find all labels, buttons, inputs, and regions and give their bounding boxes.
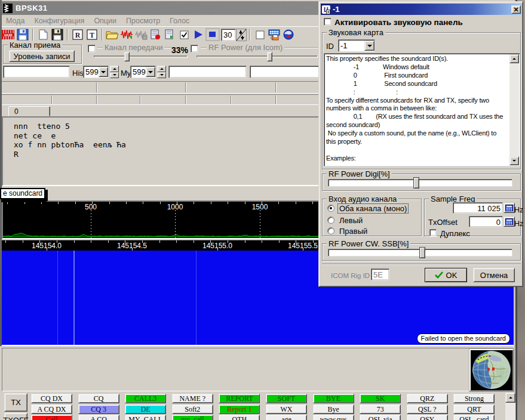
macro-button-73[interactable]: 73: [360, 404, 401, 414]
icom-rig-id-input[interactable]: 5E: [371, 268, 389, 280]
macro-button-my-call[interactable]: my_call: [172, 415, 213, 420]
help-scroll-down-button[interactable]: [509, 156, 519, 165]
audio-input-radio-2[interactable]: [327, 217, 334, 224]
macro-button-cq-dx[interactable]: CQ DX: [31, 394, 72, 403]
doc-record-icon[interactable]: [148, 27, 162, 42]
callsign-input[interactable]: [3, 66, 70, 78]
macro-button-strong[interactable]: Strong: [453, 394, 495, 403]
macro-button-call[interactable]: Call: [31, 415, 72, 420]
macro-button-qsl-via[interactable]: QSL via: [360, 415, 401, 420]
tx-toggle-button[interactable]: TX: [4, 393, 27, 412]
txoffset-keypad-button[interactable]: [503, 217, 515, 227]
macro-button-qsl-card[interactable]: QSL_card: [453, 415, 495, 420]
wave-gray-icon[interactable]: [134, 27, 148, 42]
my-rst-spinner[interactable]: [157, 66, 166, 78]
macro-button-name-[interactable]: NAME ?: [172, 394, 213, 403]
tx-pane[interactable]: [2, 348, 514, 391]
rf-power-slider-track[interactable]: [197, 55, 318, 58]
macro-button-soft2[interactable]: Soft2: [172, 404, 213, 414]
macro-button-cq-3[interactable]: CQ 3: [78, 404, 119, 414]
record-level-button[interactable]: Уровень записи: [9, 50, 75, 62]
help-scrollbar[interactable]: [509, 54, 519, 165]
rf-digi-slider-thumb[interactable]: [413, 177, 419, 189]
macro-button-sk[interactable]: SK: [360, 394, 401, 403]
macro-button-my-call[interactable]: MY_CALL: [125, 415, 166, 420]
tx-speed-input[interactable]: 30: [221, 29, 236, 41]
checkbox-checked-icon[interactable]: [177, 27, 191, 42]
macro-button-bye[interactable]: BYE: [313, 394, 354, 403]
tx-log-icon[interactable]: T: [85, 27, 99, 42]
rf-power-slider-thumb[interactable]: [267, 52, 272, 61]
cancel-button[interactable]: Отмена: [473, 268, 515, 282]
his-rst-dropdown[interactable]: [99, 67, 108, 77]
tx-speed-spinner[interactable]: [236, 29, 247, 41]
dialog-titlebar[interactable]: Цз -1 ✕: [321, 4, 522, 15]
save-blue-icon[interactable]: [16, 27, 30, 42]
macro-button-soft[interactable]: SOFT: [266, 394, 307, 403]
globe-icon[interactable]: [281, 27, 296, 42]
txoffset-input[interactable]: 0: [469, 216, 503, 227]
macro-button-de[interactable]: DE: [125, 404, 166, 414]
menu-3[interactable]: Опции: [89, 16, 121, 26]
checkbox-unchecked-icon[interactable]: [253, 27, 267, 42]
ok-button[interactable]: OK: [425, 268, 467, 282]
wave-red-icon[interactable]: [119, 27, 134, 42]
macro-button-report-1[interactable]: Report 1: [219, 404, 260, 414]
keyboard-icon[interactable]: C: [267, 27, 281, 42]
macro-scroll-up-button[interactable]: [505, 393, 515, 403]
his-rst-combo[interactable]: 599: [83, 66, 109, 78]
stop-icon[interactable]: [205, 27, 220, 42]
macro-button-age[interactable]: age: [266, 415, 307, 420]
name-input[interactable]: [168, 66, 247, 78]
macro-button-call3[interactable]: CALL3: [125, 394, 166, 403]
rf-cw-slider-thumb[interactable]: [419, 247, 425, 258]
macro-button-qsy[interactable]: QSY: [407, 415, 448, 420]
new-page-icon[interactable]: [36, 27, 50, 42]
tx-level-slider-track[interactable]: [94, 55, 188, 58]
rf-power-checkbox[interactable]: [191, 45, 198, 52]
audio-input-radio-3[interactable]: [327, 227, 334, 234]
doc-export-icon[interactable]: [162, 27, 177, 42]
macro-button-wx[interactable]: WX: [266, 404, 307, 414]
macro-button-qth[interactable]: QTH: [219, 415, 260, 420]
macro-button-qsl-[interactable]: QSL ?: [407, 404, 448, 414]
sample-freq-keypad-button[interactable]: [503, 203, 515, 213]
soundcard-id-dropdown[interactable]: [364, 41, 374, 51]
vari-icon[interactable]: VARI: [1, 27, 16, 42]
menu-1[interactable]: Мода: [1, 16, 29, 26]
help-scroll-up-button[interactable]: [509, 54, 519, 63]
his-rst-spinner[interactable]: [110, 66, 119, 78]
macro-button-report[interactable]: REPORT: [219, 394, 260, 403]
activate-sound-panel-checkbox[interactable]: [324, 18, 331, 26]
soundcard-help-box[interactable]: This property specifies the soundcard ID…: [324, 53, 520, 166]
macro-scrollbar[interactable]: [505, 393, 515, 420]
txoff-button[interactable]: TXOFF: [4, 413, 27, 420]
open-folder-icon[interactable]: [105, 27, 119, 42]
macro-button-www-qus[interactable]: www.qus: [313, 415, 354, 420]
tx-speed-control[interactable]: 30: [221, 28, 247, 41]
macro-button-qrz[interactable]: QRZ: [407, 394, 448, 403]
sample-freq-input[interactable]: 11 025: [453, 202, 503, 214]
tx-level-slider-thumb[interactable]: [124, 52, 130, 61]
rf-digi-slider-track[interactable]: [328, 179, 512, 187]
save-black-icon[interactable]: [50, 27, 65, 42]
duplex-checkbox[interactable]: [429, 229, 437, 236]
menu-4[interactable]: Просмотр: [121, 16, 165, 26]
dialog-close-button[interactable]: ✕: [511, 5, 521, 14]
macro-button-qrt[interactable]: QRT: [453, 404, 495, 414]
soundcard-id-combo[interactable]: -1: [338, 39, 375, 52]
macro-button-bye[interactable]: Bye: [313, 404, 354, 414]
my-rst-dropdown[interactable]: [146, 67, 155, 77]
tx-channel-checkbox[interactable]: [88, 45, 96, 52]
macro-button-cq[interactable]: CQ: [78, 394, 119, 403]
audio-input-radio-1[interactable]: [327, 205, 334, 212]
menu-2[interactable]: Конфигурация: [29, 16, 89, 26]
play-icon[interactable]: [191, 27, 205, 42]
rx-log-icon[interactable]: R: [70, 27, 85, 42]
rx-tab-0[interactable]: 0: [8, 106, 50, 116]
toolbar-separator: [67, 29, 68, 41]
menu-5[interactable]: Голос: [165, 16, 194, 26]
macro-button-a-cq[interactable]: A CQ: [78, 415, 119, 420]
macro-button-a-cq-dx[interactable]: A CQ DX: [31, 404, 72, 414]
my-rst-combo[interactable]: 599: [130, 66, 156, 78]
